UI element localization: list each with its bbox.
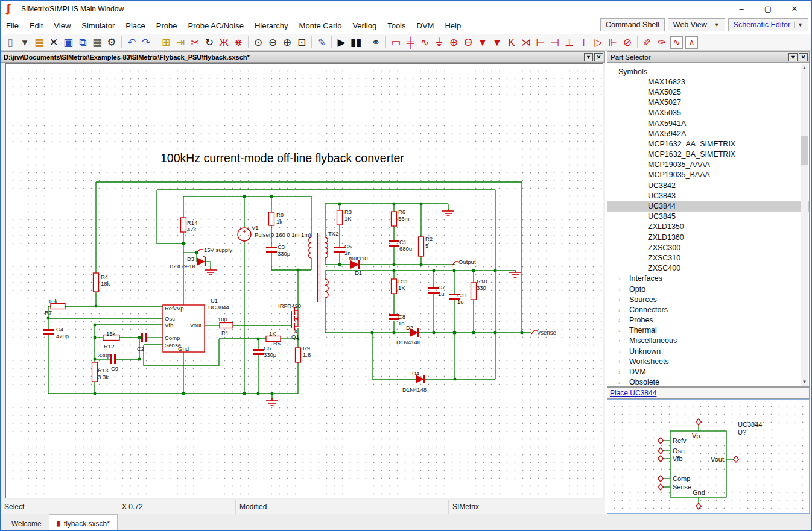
- category-interfaces[interactable]: ›Interfaces: [607, 274, 809, 284]
- place-pmos-icon[interactable]: ⊤: [577, 35, 591, 49]
- place-zener-icon[interactable]: ▼: [490, 35, 504, 49]
- cut-icon[interactable]: ✂: [188, 35, 202, 49]
- pause-icon[interactable]: ▮▮: [349, 35, 363, 49]
- part-item-zxsc300[interactable]: ZXSC300: [607, 242, 809, 253]
- category-thermal[interactable]: ›Thermal: [607, 325, 809, 336]
- category-miscellaneous[interactable]: ›Miscellaneous: [607, 336, 809, 346]
- export-sheet-icon[interactable]: ⇥: [173, 35, 188, 49]
- part-item-mcp19035_baaa[interactable]: MCP19035_BAAA: [607, 170, 809, 180]
- menu-place[interactable]: Place: [120, 18, 151, 33]
- pane-close-button[interactable]: ✕: [594, 53, 603, 61]
- schematic-canvas[interactable]: R418k16kR7C4470p15kR12330pC9R133.3kC2U1U…: [5, 63, 603, 498]
- search-binoculars-icon[interactable]: ⚭: [369, 35, 383, 49]
- flip-horizontal-icon[interactable]: Ж: [217, 35, 231, 49]
- minimize-button[interactable]: –: [728, 1, 755, 17]
- dropdown-arrow-icon[interactable]: ▼: [711, 22, 720, 28]
- chevron-right-icon[interactable]: ›: [618, 337, 629, 344]
- part-selector-list[interactable]: SymbolsMAX16823MAX5025MAX5027MAX5035MAX5…: [607, 63, 810, 387]
- part-selector-pane-dropdown-button[interactable]: ▼: [788, 53, 798, 61]
- category-obsolete[interactable]: ›Obsolete: [607, 377, 809, 387]
- new-schematic-icon[interactable]: ▯: [3, 35, 17, 49]
- part-item-zxsc310[interactable]: ZXSC310: [607, 253, 809, 263]
- zoom-fit-icon[interactable]: ⊡: [294, 35, 309, 49]
- place-voltage-source-icon[interactable]: ⊕: [446, 35, 461, 49]
- chevron-right-icon[interactable]: ›: [618, 348, 629, 355]
- category-dvm[interactable]: ›DVM: [607, 366, 809, 377]
- place-resistor-icon[interactable]: ▭: [389, 35, 403, 49]
- place-opamp-icon[interactable]: ▷: [591, 35, 606, 49]
- part-item-max5027[interactable]: MAX5027: [607, 98, 809, 108]
- zoom-in-icon[interactable]: ⊕: [280, 35, 294, 49]
- part-item-max5035[interactable]: MAX5035: [607, 108, 809, 118]
- place-capacitor-icon[interactable]: ╪: [403, 35, 417, 49]
- part-selector-pane-close-button[interactable]: ✕: [799, 53, 808, 61]
- wire-pencil-icon[interactable]: ✎: [314, 35, 329, 49]
- part-item-uc3844[interactable]: UC3844: [607, 201, 809, 211]
- place-njfet-icon[interactable]: ⊢: [533, 35, 548, 49]
- menu-verilog[interactable]: Verilog: [347, 18, 382, 33]
- category-opto[interactable]: ›Opto: [607, 284, 809, 294]
- plot-sine-icon[interactable]: ∿: [670, 36, 683, 49]
- copy-to-clipboard-icon[interactable]: ⊞: [159, 35, 173, 49]
- category-unknown[interactable]: ›Unknown: [607, 346, 809, 356]
- zoom-area-icon[interactable]: ⊙: [251, 35, 265, 49]
- part-item-uc3845[interactable]: UC3845: [607, 212, 809, 222]
- part-item-uc3843[interactable]: UC3843: [607, 190, 809, 201]
- probe-differential-icon[interactable]: ✑: [655, 35, 669, 49]
- close-button[interactable]: ✕: [781, 1, 808, 17]
- place-part-link[interactable]: Place UC3844: [610, 389, 656, 397]
- menu-tools[interactable]: Tools: [382, 18, 411, 33]
- menu-file[interactable]: File: [1, 18, 24, 33]
- dropdown-arrow-icon[interactable]: ▼: [794, 22, 803, 28]
- part-item-zxld1350[interactable]: ZXLD1350: [607, 222, 809, 232]
- plot-impulse-icon[interactable]: ʌ: [685, 36, 698, 49]
- save-icon[interactable]: ▣: [61, 35, 75, 49]
- flip-vertical-icon[interactable]: ⋇: [231, 35, 246, 49]
- part-list-scrollbar[interactable]: ▲ ▼: [801, 64, 808, 386]
- menu-monte-carlo[interactable]: Monte Carlo: [294, 18, 347, 33]
- part-item-max5941a[interactable]: MAX5941A: [607, 118, 809, 128]
- open-folder-icon[interactable]: ▤: [32, 35, 46, 49]
- place-diode-icon[interactable]: ▼: [475, 35, 490, 49]
- chevron-right-icon[interactable]: ›: [618, 306, 629, 313]
- place-probe-icon[interactable]: ⊘: [620, 35, 635, 49]
- command-shell-button[interactable]: Command Shell: [600, 18, 665, 31]
- scroll-up-icon[interactable]: ▲: [801, 64, 808, 72]
- part-item-mcp19035_aaaa[interactable]: MCP19035_AAAA: [607, 160, 809, 170]
- part-item-uc3842[interactable]: UC3842: [607, 180, 809, 190]
- category-probes[interactable]: ›Probes: [607, 315, 809, 325]
- scroll-down-icon[interactable]: ▼: [801, 378, 808, 386]
- settings-gear-icon[interactable]: ⚙: [104, 35, 119, 49]
- run-icon[interactable]: ▶: [334, 35, 349, 49]
- category-worksheets[interactable]: ›Worksheets: [607, 356, 809, 366]
- print-icon[interactable]: ▦: [90, 35, 104, 49]
- save-all-icon[interactable]: ⧉: [75, 35, 90, 49]
- chevron-right-icon[interactable]: ›: [618, 296, 629, 303]
- place-nmos-icon[interactable]: ⊥: [562, 35, 577, 49]
- place-npn-icon[interactable]: K: [504, 35, 519, 49]
- tab-welcome[interactable]: Welcome: [4, 515, 49, 530]
- close-sheet-icon[interactable]: ✕: [46, 35, 61, 49]
- chevron-right-icon[interactable]: ›: [618, 275, 629, 282]
- menu-simulator[interactable]: Simulator: [76, 18, 120, 33]
- zoom-out-icon[interactable]: ⊖: [265, 35, 280, 49]
- category-connectors[interactable]: ›Connectors: [607, 304, 809, 315]
- schematic-editor-button[interactable]: Schematic Editor▼: [728, 18, 808, 31]
- maximize-button[interactable]: ▢: [755, 1, 781, 17]
- web-view-button[interactable]: Web View▼: [668, 18, 725, 31]
- pane-dropdown-button[interactable]: ▼: [584, 53, 593, 61]
- part-item-max5025[interactable]: MAX5025: [607, 87, 809, 97]
- menu-help[interactable]: Help: [439, 18, 466, 33]
- part-tree-root[interactable]: Symbols: [607, 66, 809, 77]
- menu-edit[interactable]: Edit: [24, 18, 48, 33]
- undo-icon[interactable]: ↶: [124, 35, 139, 49]
- part-item-mcp1632_ba_simetrix[interactable]: MCP1632_BA_SIMETRIX: [607, 149, 809, 160]
- category-sources[interactable]: ›Sources: [607, 294, 809, 304]
- place-current-source-icon[interactable]: Ɵ: [461, 35, 475, 49]
- menu-probe[interactable]: Probe: [151, 18, 183, 33]
- probe-voltage-icon[interactable]: ✐: [640, 35, 655, 49]
- new-dropdown-icon[interactable]: ▾: [17, 35, 32, 49]
- chevron-right-icon[interactable]: ›: [618, 368, 629, 375]
- place-pjfet-icon[interactable]: ⊣: [548, 35, 562, 49]
- part-item-zxld1360[interactable]: ZXLD1360: [607, 232, 809, 242]
